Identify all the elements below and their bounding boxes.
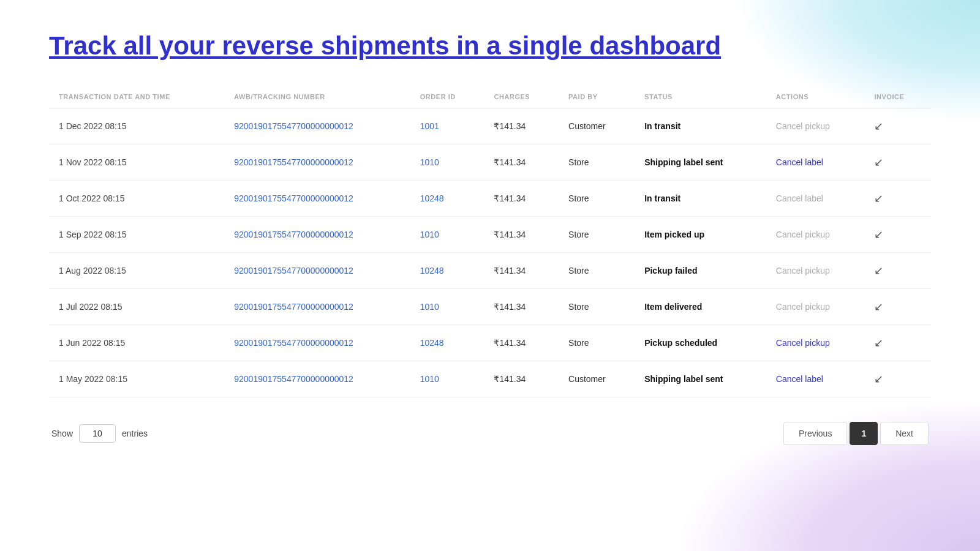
col-header-orderid: ORDER ID (410, 86, 484, 108)
table-row: 1 Sep 2022 08:15 92001901755477000000000… (49, 217, 931, 253)
cell-tracking-2[interactable]: 9200190175547700000000012 (224, 181, 410, 217)
cell-orderid-5[interactable]: 1010 (410, 289, 484, 325)
cell-paidby-4: Store (559, 253, 635, 289)
cell-tracking-3[interactable]: 9200190175547700000000012 (224, 217, 410, 253)
table-row: 1 Jun 2022 08:15 92001901755477000000000… (49, 325, 931, 361)
cell-action-7[interactable]: Cancel label (766, 361, 865, 397)
cell-invoice-2[interactable]: ↙ (864, 181, 931, 217)
col-header-invoice: INVOICE (864, 86, 931, 108)
previous-button[interactable]: Previous (783, 422, 847, 445)
col-header-tracking: AWB/TRACKING NUMBER (224, 86, 410, 108)
cell-date-0: 1 Dec 2022 08:15 (49, 108, 224, 144)
entries-label: entries (122, 429, 148, 438)
cell-status-7: Shipping label sent (635, 361, 766, 397)
cell-date-3: 1 Sep 2022 08:15 (49, 217, 224, 253)
pagination-row: Show entries Previous 1 Next (49, 422, 931, 445)
cell-invoice-6[interactable]: ↙ (864, 325, 931, 361)
col-header-charges: CHARGES (484, 86, 559, 108)
cell-orderid-2[interactable]: 10248 (410, 181, 484, 217)
cell-charges-0: ₹141.34 (484, 108, 559, 144)
cell-status-3: Item picked up (635, 217, 766, 253)
cell-charges-1: ₹141.34 (484, 144, 559, 181)
cell-invoice-0[interactable]: ↙ (864, 108, 931, 144)
cell-tracking-5[interactable]: 9200190175547700000000012 (224, 289, 410, 325)
cell-status-1: Shipping label sent (635, 144, 766, 181)
table-row: 1 Oct 2022 08:15 92001901755477000000000… (49, 181, 931, 217)
col-header-actions: ACTIONS (766, 86, 865, 108)
page-title: Track all your reverse shipments in a si… (49, 31, 931, 61)
cell-action-3: Cancel pickup (766, 217, 865, 253)
table-row: 1 Nov 2022 08:15 92001901755477000000000… (49, 144, 931, 181)
cell-date-4: 1 Aug 2022 08:15 (49, 253, 224, 289)
cell-date-5: 1 Jul 2022 08:15 (49, 289, 224, 325)
col-header-date: TRANSACTION DATE AND TIME (49, 86, 224, 108)
shipments-table: TRANSACTION DATE AND TIME AWB/TRACKING N… (49, 86, 931, 397)
cell-paidby-7: Customer (559, 361, 635, 397)
next-button[interactable]: Next (880, 422, 929, 445)
cell-action-0: Cancel pickup (766, 108, 865, 144)
current-page[interactable]: 1 (850, 422, 878, 445)
cell-status-2: In transit (635, 181, 766, 217)
cell-orderid-7[interactable]: 1010 (410, 361, 484, 397)
shipments-table-wrapper: TRANSACTION DATE AND TIME AWB/TRACKING N… (49, 86, 931, 397)
cell-charges-6: ₹141.34 (484, 325, 559, 361)
cell-action-1[interactable]: Cancel label (766, 144, 865, 181)
cell-action-6[interactable]: Cancel pickup (766, 325, 865, 361)
cell-invoice-1[interactable]: ↙ (864, 144, 931, 181)
cell-invoice-3[interactable]: ↙ (864, 217, 931, 253)
cell-orderid-0[interactable]: 1001 (410, 108, 484, 144)
cell-paidby-6: Store (559, 325, 635, 361)
cell-status-5: Item delivered (635, 289, 766, 325)
cell-paidby-5: Store (559, 289, 635, 325)
cell-orderid-3[interactable]: 1010 (410, 217, 484, 253)
col-header-status: STATUS (635, 86, 766, 108)
table-header-row: TRANSACTION DATE AND TIME AWB/TRACKING N… (49, 86, 931, 108)
cell-charges-3: ₹141.34 (484, 217, 559, 253)
cell-tracking-7[interactable]: 9200190175547700000000012 (224, 361, 410, 397)
entries-input[interactable] (79, 424, 116, 443)
show-label: Show (51, 429, 73, 438)
cell-tracking-4[interactable]: 9200190175547700000000012 (224, 253, 410, 289)
cell-action-4: Cancel pickup (766, 253, 865, 289)
cell-paidby-2: Store (559, 181, 635, 217)
cell-invoice-5[interactable]: ↙ (864, 289, 931, 325)
cell-status-6: Pickup scheduled (635, 325, 766, 361)
cell-tracking-1[interactable]: 9200190175547700000000012 (224, 144, 410, 181)
cell-date-7: 1 May 2022 08:15 (49, 361, 224, 397)
cell-charges-4: ₹141.34 (484, 253, 559, 289)
cell-action-2: Cancel label (766, 181, 865, 217)
cell-charges-7: ₹141.34 (484, 361, 559, 397)
col-header-paidby: PAID BY (559, 86, 635, 108)
cell-tracking-6[interactable]: 9200190175547700000000012 (224, 325, 410, 361)
pagination-controls: Previous 1 Next (783, 422, 929, 445)
cell-action-5: Cancel pickup (766, 289, 865, 325)
cell-paidby-0: Customer (559, 108, 635, 144)
cell-tracking-0[interactable]: 9200190175547700000000012 (224, 108, 410, 144)
table-row: 1 Dec 2022 08:15 92001901755477000000000… (49, 108, 931, 144)
cell-date-6: 1 Jun 2022 08:15 (49, 325, 224, 361)
cell-status-0: In transit (635, 108, 766, 144)
cell-orderid-6[interactable]: 10248 (410, 325, 484, 361)
cell-paidby-3: Store (559, 217, 635, 253)
cell-date-2: 1 Oct 2022 08:15 (49, 181, 224, 217)
table-row: 1 Jul 2022 08:15 92001901755477000000000… (49, 289, 931, 325)
cell-orderid-4[interactable]: 10248 (410, 253, 484, 289)
cell-charges-5: ₹141.34 (484, 289, 559, 325)
cell-invoice-4[interactable]: ↙ (864, 253, 931, 289)
cell-orderid-1[interactable]: 1010 (410, 144, 484, 181)
cell-invoice-7[interactable]: ↙ (864, 361, 931, 397)
table-row: 1 May 2022 08:15 92001901755477000000000… (49, 361, 931, 397)
table-row: 1 Aug 2022 08:15 92001901755477000000000… (49, 253, 931, 289)
cell-status-4: Pickup failed (635, 253, 766, 289)
cell-paidby-1: Store (559, 144, 635, 181)
cell-date-1: 1 Nov 2022 08:15 (49, 144, 224, 181)
cell-charges-2: ₹141.34 (484, 181, 559, 217)
show-entries: Show entries (51, 424, 148, 443)
